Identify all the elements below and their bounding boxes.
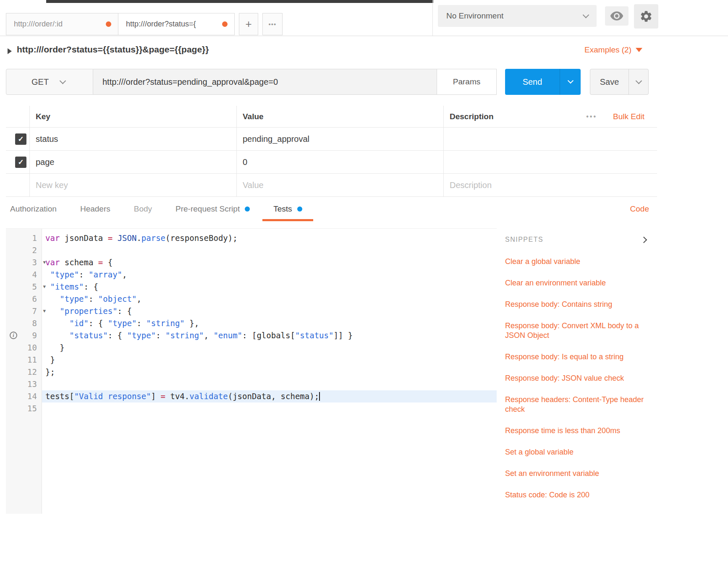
code-line[interactable]: }; bbox=[42, 366, 497, 378]
chevron-down-icon bbox=[567, 78, 573, 84]
url-input[interactable]: http:///order?status=pending_approval&pa… bbox=[93, 69, 437, 95]
environment-select[interactable]: No Environment bbox=[438, 5, 597, 27]
param-key-cell[interactable]: page bbox=[29, 151, 236, 173]
new-value-input[interactable]: Value bbox=[236, 174, 443, 196]
send-label: Send bbox=[523, 77, 542, 87]
editor-line: i9 "status": { "type": "string", "enum":… bbox=[6, 329, 497, 342]
snippet-link[interactable]: Set a global variable bbox=[505, 447, 648, 457]
editor-line: 13 bbox=[6, 378, 497, 390]
tab-tests[interactable]: Tests bbox=[273, 197, 302, 221]
more-tabs-button[interactable]: ••• bbox=[262, 13, 283, 35]
line-number: 4 bbox=[6, 269, 42, 281]
line-number: 10 bbox=[6, 342, 42, 354]
request-tab-label: http:///order?status={ bbox=[126, 20, 196, 29]
editor-line: 6 "type": "object", bbox=[6, 293, 497, 305]
param-key-cell[interactable]: status bbox=[29, 128, 236, 150]
tab-authorization[interactable]: Authorization bbox=[10, 197, 57, 221]
snippet-link[interactable]: Response body: Is equal to a string bbox=[505, 352, 648, 362]
editor-line: 7▾ "properties": { bbox=[6, 305, 497, 317]
line-gutter: 3▾ bbox=[6, 256, 42, 269]
tests-workspace: 1var jsonData = JSON.parse(responseBody)… bbox=[6, 228, 657, 514]
method-select[interactable]: GET bbox=[6, 69, 93, 95]
tab-body[interactable]: Body bbox=[134, 197, 152, 221]
request-tab-2[interactable]: http:///order?status={ bbox=[118, 13, 235, 35]
params-header-row: Key Value Description ••• Bulk Edit bbox=[6, 106, 657, 128]
ellipsis-icon: ••• bbox=[269, 21, 277, 28]
code-line[interactable]: } bbox=[42, 342, 497, 354]
bulk-edit-link[interactable]: Bulk Edit bbox=[613, 112, 644, 121]
examples-dropdown[interactable]: Examples (2) bbox=[584, 45, 642, 55]
line-gutter: 5▾ bbox=[6, 281, 42, 293]
code-line[interactable]: "items": { bbox=[42, 281, 497, 293]
code-line[interactable] bbox=[42, 402, 497, 415]
unsaved-dot-icon bbox=[106, 21, 111, 27]
save-button-main[interactable]: Save bbox=[590, 69, 628, 94]
editor-line: 8 "id": { "type": "string" }, bbox=[6, 317, 497, 329]
send-button-main[interactable]: Send bbox=[505, 69, 560, 95]
request-section-tabs: AuthorizationHeadersBodyPre-request Scri… bbox=[6, 197, 657, 221]
code-line[interactable]: "type": "object", bbox=[42, 293, 497, 305]
settings-button[interactable] bbox=[634, 4, 658, 29]
params-button[interactable]: Params bbox=[437, 69, 497, 95]
tab-headers[interactable]: Headers bbox=[80, 197, 110, 221]
line-number: 3 bbox=[6, 256, 42, 269]
code-line[interactable]: tests["Valid response"] = tv4.validate(j… bbox=[42, 390, 497, 402]
code-line[interactable]: "status": { "type": "string", "enum": [g… bbox=[42, 329, 497, 342]
divider bbox=[432, 0, 433, 36]
chevron-right-icon[interactable] bbox=[641, 236, 647, 243]
param-checkbox[interactable] bbox=[15, 157, 26, 168]
fold-arrow-icon[interactable]: ▾ bbox=[43, 280, 46, 293]
code-line[interactable]: var jsonData = JSON.parse(responseBody); bbox=[42, 232, 497, 244]
code-line[interactable]: "properties": { bbox=[42, 305, 497, 317]
code-line[interactable]: "type": "array", bbox=[42, 269, 497, 281]
new-key-input[interactable]: New key bbox=[29, 174, 236, 196]
param-value-cell[interactable]: pending_approval bbox=[236, 128, 443, 150]
fold-arrow-icon[interactable]: ▾ bbox=[43, 256, 46, 268]
params-more-options-icon[interactable]: ••• bbox=[586, 113, 597, 120]
param-description-cell[interactable] bbox=[443, 151, 657, 173]
param-row: statuspending_approval bbox=[6, 128, 657, 151]
send-button[interactable]: Send bbox=[505, 69, 581, 95]
send-options-button[interactable] bbox=[560, 69, 581, 95]
param-value-cell[interactable]: 0 bbox=[236, 151, 443, 173]
snippet-link[interactable]: Status code: Code is 200 bbox=[505, 490, 648, 500]
code-line[interactable]: } bbox=[42, 354, 497, 366]
new-tab-button[interactable]: + bbox=[239, 13, 258, 35]
tests-code-editor[interactable]: 1var jsonData = JSON.parse(responseBody)… bbox=[6, 228, 497, 514]
snippets-header: SNIPPETS bbox=[505, 236, 648, 243]
editor-line: 1var jsonData = JSON.parse(responseBody)… bbox=[6, 232, 497, 244]
chevron-down-icon bbox=[635, 77, 642, 84]
tab-pre-request-script[interactable]: Pre-request Script bbox=[175, 197, 250, 221]
snippet-link[interactable]: Response headers: Content-Type header ch… bbox=[505, 395, 648, 414]
collapse-arrow-icon[interactable] bbox=[8, 48, 12, 54]
snippet-link[interactable]: Response time is less than 200ms bbox=[505, 426, 648, 436]
params-header-value: Value bbox=[236, 106, 443, 127]
save-options-button[interactable] bbox=[628, 69, 648, 94]
request-tab-1[interactable]: http:///order/:id bbox=[6, 13, 118, 35]
snippet-link[interactable]: Response body: Contains string bbox=[505, 300, 648, 309]
line-gutter: 4 bbox=[6, 269, 42, 281]
chevron-down-icon bbox=[60, 77, 66, 84]
code-link[interactable]: Code bbox=[630, 204, 649, 214]
code-line[interactable] bbox=[42, 378, 497, 390]
code-line[interactable] bbox=[42, 244, 497, 256]
snippet-link[interactable]: Clear a global variable bbox=[505, 257, 648, 267]
save-button[interactable]: Save bbox=[590, 69, 649, 95]
tab-label: Authorization bbox=[10, 204, 57, 214]
snippet-link[interactable]: Set an environment variable bbox=[505, 469, 648, 478]
snippet-link[interactable]: Response body: Convert XML body to a JSO… bbox=[505, 321, 648, 340]
fold-arrow-icon[interactable]: ▾ bbox=[43, 305, 46, 317]
new-description-input[interactable]: Description bbox=[443, 174, 657, 196]
snippet-link[interactable]: Response body: JSON value check bbox=[505, 374, 648, 383]
line-gutter: 6 bbox=[6, 293, 42, 305]
snippet-link[interactable]: Clear an environment variable bbox=[505, 278, 648, 288]
environment-preview-button[interactable] bbox=[605, 6, 628, 26]
param-checkbox-cell bbox=[6, 128, 29, 150]
line-gutter: 2 bbox=[6, 244, 42, 256]
info-icon[interactable]: i bbox=[10, 332, 17, 339]
line-number: 8 bbox=[6, 317, 42, 329]
param-description-cell[interactable] bbox=[443, 128, 657, 150]
code-line[interactable]: var schema = { bbox=[42, 256, 497, 269]
code-line[interactable]: "id": { "type": "string" }, bbox=[42, 317, 497, 329]
param-checkbox[interactable] bbox=[15, 133, 26, 145]
